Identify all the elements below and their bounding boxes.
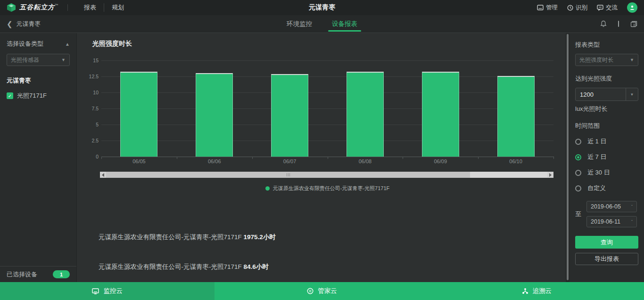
x-axis-labels: 06/0506/0606/0706/0806/0906/10: [101, 158, 553, 165]
back-button[interactable]: ❮ 元谋青枣: [7, 20, 41, 28]
gridline: [101, 141, 553, 141]
tab-device-report[interactable]: 设备报表: [330, 15, 359, 33]
radio-last-30-days[interactable]: 近 30 日: [575, 168, 639, 177]
query-button[interactable]: 查询: [575, 236, 638, 249]
device-type-title: 选择设备类型: [7, 40, 43, 48]
y-tick-label: 0: [81, 154, 99, 159]
x-tick-label: 06/07: [252, 158, 328, 164]
chevron-down-icon: ˇ: [631, 219, 633, 224]
report-main: 光照强度时长 02.557.51012.515 06/0506/0606/070…: [77, 33, 566, 282]
manage-action[interactable]: 管理: [537, 4, 558, 12]
nav-item-reports[interactable]: 报表: [76, 3, 104, 12]
intensity-input[interactable]: 1200: [576, 88, 626, 100]
chat-action[interactable]: 交流: [597, 4, 618, 12]
page-vertical-scrollbar[interactable]: [566, 33, 570, 282]
logo-text: 五谷耘立方™: [19, 3, 59, 12]
y-tick-label: 7.5: [81, 106, 99, 111]
top-bar: 五谷耘立方™ 报表 规划 元谋青枣 管理 识别 交流: [0, 0, 644, 15]
monitor-cloud-icon: [92, 288, 99, 294]
scrollbar-track[interactable]: [106, 172, 547, 178]
radio-icon[interactable]: [575, 185, 581, 192]
logo-cube-icon: [7, 3, 16, 12]
left-sidebar: 选择设备类型 ▲ 光照传感器 ▼ 元谋青枣 ✓ 光照7171F 已选择设备 1: [0, 33, 77, 282]
nav-item-planning[interactable]: 规划: [104, 3, 132, 12]
y-tick-label: 10: [81, 90, 99, 95]
intensity-input-group: 1200 ▼: [575, 88, 638, 101]
intensity-unit-label: lux光照时长: [575, 105, 639, 113]
x-tick-label: 06/10: [478, 158, 553, 164]
scrollbar-thumb[interactable]: [106, 172, 470, 178]
date-to-select[interactable]: 2019-06-11 ˇ: [586, 216, 637, 227]
checkbox-icon[interactable]: ✓: [7, 92, 13, 99]
summary-total: 元谋原生源农业有限责任公司-元谋青枣-光照7171F 1975.2小时: [99, 233, 276, 242]
x-tick-mark: [553, 157, 554, 159]
bar-06/09[interactable]: [422, 72, 459, 157]
summary-period: 元谋原生源农业有限责任公司-元谋青枣-光照7171F 84.6小时: [99, 263, 269, 271]
scroll-right-button[interactable]: [547, 172, 553, 178]
gridline: [101, 125, 553, 125]
chevron-down-icon: ▼: [630, 58, 634, 62]
bar-06/10[interactable]: [497, 76, 535, 157]
bar-06/07[interactable]: [271, 74, 308, 157]
report-panel-icon[interactable]: [630, 21, 637, 27]
bar-06/06[interactable]: [196, 73, 233, 157]
gridline: [101, 76, 553, 77]
recognize-action[interactable]: 识别: [567, 4, 587, 12]
page-title: 元谋青枣: [309, 3, 335, 12]
bottom-tab-trace-cloud[interactable]: 追溯云: [429, 282, 644, 300]
y-tick-label: 15: [81, 58, 99, 63]
right-sidebar: 报表类型 光照强度时长 ▼ 达到光照强度 1200 ▼ lux光照时长 时间范围…: [570, 33, 644, 282]
radio-last-1-day[interactable]: 近 1 日: [575, 137, 639, 146]
view-tabs: 环境监控 设备报表: [285, 15, 359, 33]
chevron-left-icon: ❮: [7, 20, 13, 28]
tab-environment-monitor[interactable]: 环境监控: [285, 15, 314, 33]
bar-06/05[interactable]: [120, 72, 157, 157]
gridline: [101, 60, 553, 61]
device-type-section[interactable]: 选择设备类型 ▲: [7, 40, 70, 48]
selected-devices-bar: 已选择设备 1: [0, 266, 76, 282]
monitor-icon: [537, 5, 544, 10]
top-actions: 管理 识别 交流: [537, 2, 637, 13]
chart-title: 光照强度时长: [92, 40, 132, 48]
top-nav: 报表 规划: [76, 3, 132, 12]
time-range-label: 时间范围: [575, 122, 639, 130]
chart-plot: 02.557.51012.515: [101, 60, 553, 157]
y-tick-label: 5: [81, 122, 99, 127]
intensity-dropdown-button[interactable]: ▼: [626, 88, 638, 100]
radio-last-7-days[interactable]: 近 7 日: [575, 153, 639, 161]
device-group-title: 元谋青枣: [7, 76, 70, 85]
device-type-select[interactable]: 光照传感器 ▼: [7, 54, 70, 66]
bottom-tab-manager-cloud[interactable]: 管家云: [215, 282, 429, 300]
report-type-select[interactable]: 光照强度时长 ▼: [575, 54, 638, 66]
chart-horizontal-scrollbar[interactable]: [100, 172, 553, 178]
scroll-left-button[interactable]: [100, 172, 106, 178]
divider: [67, 4, 68, 11]
report-type-label: 报表类型: [575, 41, 639, 49]
chevron-down-icon: ▼: [61, 58, 66, 62]
chat-icon: [597, 5, 603, 11]
bar-06/08[interactable]: [347, 72, 384, 157]
export-report-button[interactable]: 导出报表: [575, 253, 638, 265]
person-icon: [629, 5, 635, 10]
user-avatar[interactable]: [627, 2, 637, 13]
app-logo[interactable]: 五谷耘立方™: [7, 3, 59, 12]
radio-icon[interactable]: [575, 139, 581, 145]
sub-bar: ❮ 元谋青枣 环境监控 设备报表: [0, 15, 644, 33]
chart-legend[interactable]: 元谋原生源农业有限责任公司-元谋青枣-光照7171F: [101, 185, 553, 192]
legend-dot-icon: [265, 186, 270, 191]
radio-icon[interactable]: [575, 154, 581, 160]
date-between-label: 至: [575, 210, 581, 218]
y-tick-label: 2.5: [81, 138, 99, 143]
bell-icon[interactable]: [600, 20, 607, 27]
chevron-up-icon[interactable]: ▲: [65, 42, 70, 47]
device-label: 光照7171F: [17, 92, 47, 100]
date-from-select[interactable]: 2019-06-05 ˇ: [586, 201, 637, 212]
trace-cloud-icon: [522, 288, 528, 294]
vertical-scrollbar-thumb[interactable]: [567, 34, 569, 280]
radio-custom-range[interactable]: 自定义: [575, 184, 639, 192]
manager-cloud-icon: [307, 288, 314, 294]
device-checkbox-row[interactable]: ✓ 光照7171F: [7, 92, 70, 100]
radio-icon[interactable]: [575, 170, 581, 176]
info-icon[interactable]: [618, 21, 619, 27]
bottom-tab-monitor-cloud[interactable]: 监控云: [0, 282, 215, 300]
